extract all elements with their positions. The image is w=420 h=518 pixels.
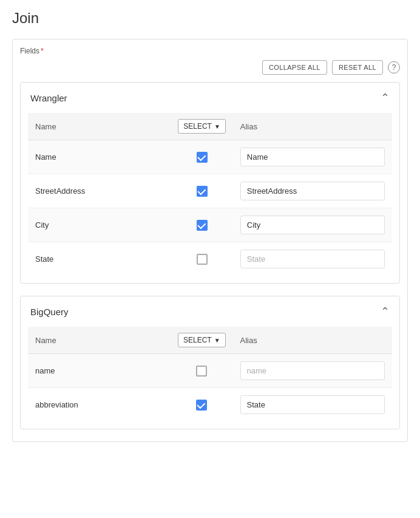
fields-label: Fields * (20, 47, 400, 55)
wrangler-chevron-icon: ⌃ (381, 91, 390, 104)
alias-input[interactable] (240, 182, 385, 200)
row-alias-cell (233, 388, 392, 422)
bigquery-chevron-icon: ⌃ (381, 305, 390, 318)
bigquery-table: Name SELECT ▼ Alias nameabbreviation (28, 327, 392, 421)
checkbox-checked[interactable] (196, 400, 207, 411)
checkbox-checked[interactable] (197, 220, 208, 231)
alias-input[interactable] (240, 250, 385, 268)
row-checkbox-cell (171, 140, 233, 174)
bigquery-body: Name SELECT ▼ Alias nameabbreviation (21, 327, 399, 429)
wrangler-body: Name SELECT ▼ Alias NameStreetAddressCit… (21, 113, 399, 283)
wrangler-table: Name SELECT ▼ Alias NameStreetAddressCit… (28, 113, 392, 276)
fields-section-label: Fields (20, 47, 39, 55)
row-name: abbreviation (28, 388, 171, 422)
row-alias-cell (233, 208, 392, 242)
checkbox-checked[interactable] (197, 152, 208, 163)
wrangler-select-arrow: ▼ (214, 123, 220, 130)
checkbox-unchecked[interactable] (197, 254, 208, 265)
row-name: Name (28, 140, 171, 174)
row-alias-cell (233, 354, 392, 388)
table-row: name (28, 354, 392, 388)
row-alias-cell (233, 242, 392, 276)
row-alias-cell (233, 140, 392, 174)
bigquery-name-header: Name (28, 327, 171, 354)
row-checkbox-cell (171, 354, 233, 388)
table-row: StreetAddress (28, 174, 392, 208)
bigquery-select-arrow: ▼ (214, 337, 220, 344)
bigquery-select-header: SELECT ▼ (171, 327, 233, 354)
reset-all-button[interactable]: RESET ALL (332, 60, 383, 75)
table-row: City (28, 208, 392, 242)
fields-toolbar: COLLAPSE ALL RESET ALL ? (20, 60, 400, 75)
wrangler-select-dropdown[interactable]: SELECT ▼ (178, 119, 226, 134)
fields-section: Fields * COLLAPSE ALL RESET ALL ? Wrangl… (12, 39, 408, 442)
alias-input[interactable] (240, 148, 385, 166)
row-name: City (28, 208, 171, 242)
collapse-all-button[interactable]: COLLAPSE ALL (262, 60, 327, 75)
help-icon[interactable]: ? (388, 61, 400, 73)
alias-input[interactable] (240, 395, 385, 414)
alias-input[interactable] (240, 216, 385, 234)
table-row: State (28, 242, 392, 276)
wrangler-title: Wrangler (30, 93, 67, 103)
bigquery-alias-header: Alias (233, 327, 392, 354)
row-checkbox-cell (171, 242, 233, 276)
bigquery-select-dropdown[interactable]: SELECT ▼ (178, 333, 226, 347)
table-row: Name (28, 140, 392, 174)
wrangler-name-header: Name (28, 113, 171, 140)
checkbox-unchecked[interactable] (196, 366, 207, 377)
row-name: State (28, 242, 171, 276)
page-title: Join (12, 10, 408, 27)
wrangler-section-header[interactable]: Wrangler ⌃ (21, 83, 399, 113)
wrangler-section: Wrangler ⌃ Name SELECT ▼ Alias (20, 82, 400, 284)
row-checkbox-cell (171, 174, 233, 208)
row-name: StreetAddress (28, 174, 171, 208)
row-checkbox-cell (171, 208, 233, 242)
row-checkbox-cell (171, 388, 233, 422)
bigquery-title: BigQuery (30, 307, 69, 317)
wrangler-select-header: SELECT ▼ (171, 113, 233, 140)
alias-input[interactable] (240, 361, 385, 380)
wrangler-alias-header: Alias (233, 113, 392, 140)
row-name: name (28, 354, 171, 388)
bigquery-section-header[interactable]: BigQuery ⌃ (21, 296, 399, 327)
bigquery-section: BigQuery ⌃ Name SELECT ▼ Alias (20, 296, 400, 429)
row-alias-cell (233, 174, 392, 208)
table-row: abbreviation (28, 388, 392, 422)
required-marker: * (41, 47, 44, 55)
checkbox-checked[interactable] (197, 186, 208, 197)
